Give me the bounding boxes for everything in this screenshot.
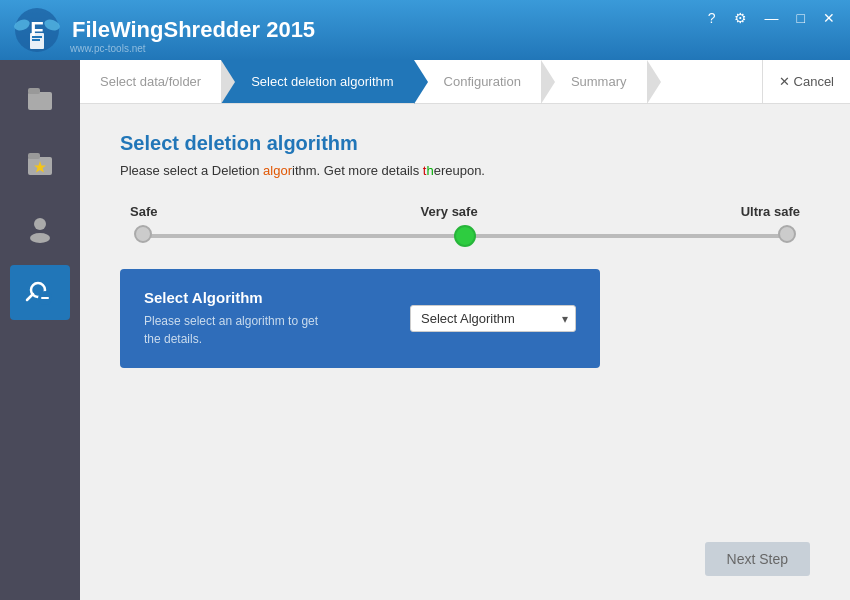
page-content: Select deletion algorithm Please select … (80, 104, 850, 542)
algorithm-card-desc: Please select an algorithm to getthe det… (144, 312, 386, 348)
slider-labels: Safe Very safe Ultra safe (130, 204, 800, 219)
bottom-bar: Next Step (80, 542, 850, 600)
svg-rect-3 (32, 36, 42, 38)
content-area: Select data/folder Select deletion algor… (80, 60, 850, 600)
cancel-button[interactable]: ✕ Cancel (762, 60, 850, 103)
main-layout: Select data/folder Select deletion algor… (0, 60, 850, 600)
sidebar (0, 60, 80, 600)
minimize-button[interactable]: — (760, 8, 784, 28)
sidebar-item-user[interactable] (10, 200, 70, 255)
sidebar-item-files[interactable] (10, 70, 70, 125)
label-safe: Safe (130, 204, 157, 219)
maximize-button[interactable]: □ (792, 8, 810, 28)
watermark: www.pc-tools.net (70, 43, 146, 54)
svg-point-12 (34, 218, 46, 230)
sidebar-item-starred[interactable] (10, 135, 70, 190)
slider-dot-ultra-safe[interactable] (778, 225, 796, 243)
svg-rect-8 (28, 88, 40, 94)
label-very-safe: Very safe (421, 204, 478, 219)
window-controls: ? ⚙ — □ ✕ (703, 8, 840, 28)
slider-dot-safe[interactable] (134, 225, 152, 243)
help-button[interactable]: ? (703, 8, 721, 28)
label-ultra-safe: Ultra safe (741, 204, 800, 219)
slider-track[interactable] (130, 227, 800, 245)
step-data-folder[interactable]: Select data/folder (80, 60, 221, 103)
slider-dots (130, 225, 800, 247)
titlebar: F FileWingShredder 2015 www.pc-tools.net… (0, 0, 850, 60)
algorithm-select[interactable]: Select Algorithm DoD 5220.22-M Gutmann (… (410, 305, 576, 332)
svg-rect-7 (28, 92, 52, 110)
svg-rect-4 (32, 39, 40, 41)
app-logo: F (12, 5, 62, 55)
step-deletion-algorithm[interactable]: Select deletion algorithm (221, 60, 413, 103)
step-summary[interactable]: Summary (541, 60, 647, 103)
slider-section: Safe Very safe Ultra safe (120, 204, 810, 245)
step-configuration[interactable]: Configuration (414, 60, 541, 103)
svg-rect-10 (28, 153, 40, 159)
algorithm-card-text: Select Algorithm Please select an algori… (144, 289, 386, 348)
slider-dot-very-safe[interactable] (454, 225, 476, 247)
svg-point-13 (30, 233, 50, 243)
close-button[interactable]: ✕ (818, 8, 840, 28)
svg-line-15 (27, 294, 33, 300)
app-title: FileWingShredder 2015 (72, 17, 315, 43)
page-subtitle: Please select a Deletion algorithm. Get … (120, 163, 810, 178)
algorithm-card: Select Algorithm Please select an algori… (120, 269, 600, 368)
algorithm-select-container: Select Algorithm DoD 5220.22-M Gutmann (… (410, 305, 576, 332)
algorithm-select-wrapper: Select Algorithm DoD 5220.22-M Gutmann (… (410, 305, 576, 332)
settings-button[interactable]: ⚙ (729, 8, 752, 28)
next-step-button[interactable]: Next Step (705, 542, 810, 576)
steps-bar: Select data/folder Select deletion algor… (80, 60, 850, 104)
sidebar-item-delete[interactable] (10, 265, 70, 320)
page-title: Select deletion algorithm (120, 132, 810, 155)
algorithm-card-title: Select Algorithm (144, 289, 386, 306)
